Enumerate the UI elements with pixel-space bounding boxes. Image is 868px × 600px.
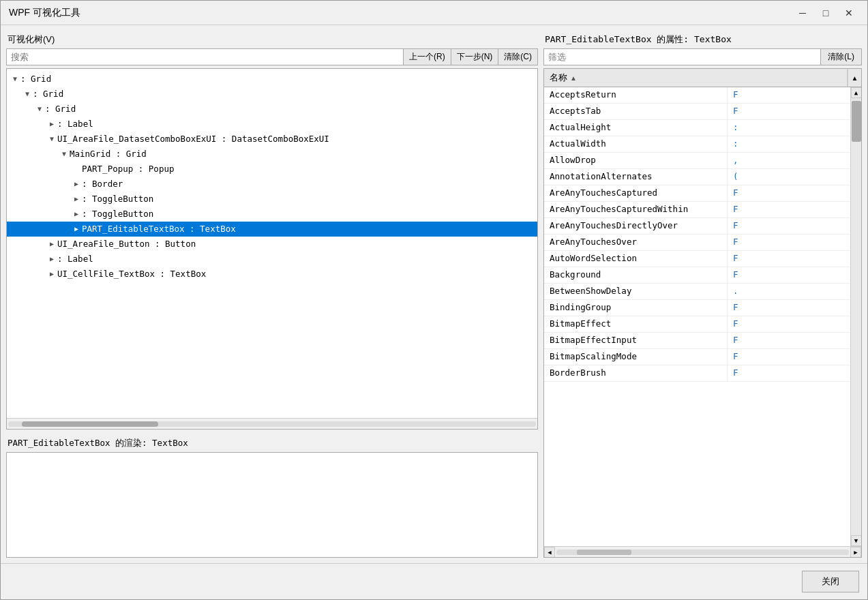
property-value: F bbox=[728, 365, 850, 381]
name-column-label: 名称 bbox=[550, 72, 567, 84]
property-name: AcceptsTab bbox=[544, 104, 728, 119]
tree-item-label: : Label bbox=[57, 252, 93, 266]
maximize-button[interactable]: □ bbox=[815, 6, 836, 20]
clear-filter-button[interactable]: 清除(L) bbox=[821, 48, 862, 65]
window-title: WPF 可视化工具 bbox=[9, 7, 792, 19]
tree-scroll[interactable]: ▼ : Grid▼ : Grid▼ : Grid▶ : Label▼ UI_Ar… bbox=[7, 69, 537, 418]
scroll-right-button[interactable]: ▶ bbox=[850, 547, 861, 558]
tree-item[interactable]: ▶ : ToggleButton bbox=[7, 192, 537, 207]
tree-item-label: : Border bbox=[82, 177, 123, 191]
scroll-bottom-button[interactable]: ▼ bbox=[851, 535, 862, 546]
tree-expand-icon[interactable]: ▶ bbox=[46, 119, 57, 130]
render-title: PART_EditableTextBox 的渲染: TextBox bbox=[6, 435, 538, 452]
tree-expand-icon[interactable]: ▼ bbox=[22, 89, 33, 100]
property-name: Background bbox=[544, 267, 728, 283]
tree-expand-icon[interactable]: ▶ bbox=[71, 209, 82, 220]
tree-item[interactable]: ▶ : Label bbox=[7, 117, 537, 132]
tree-item[interactable]: ▶ : Label bbox=[7, 252, 537, 267]
tree-expand-icon[interactable]: ▼ bbox=[34, 104, 45, 115]
tree-item[interactable]: ▼ : Grid bbox=[7, 87, 537, 102]
property-name: BitmapEffectInput bbox=[544, 333, 728, 348]
table-row[interactable]: BindingGroupF bbox=[544, 300, 850, 316]
table-row[interactable]: AreAnyTouchesCapturedWithinF bbox=[544, 202, 850, 218]
props-vertical-scrollbar[interactable]: ▲ ▼ bbox=[850, 87, 861, 546]
table-row[interactable]: BetweenShowDelay. bbox=[544, 284, 850, 300]
tree-item[interactable]: ▶ UI_CellFile_TextBox : TextBox bbox=[7, 267, 537, 282]
tree-expand-icon[interactable]: ▼ bbox=[46, 134, 57, 145]
next-button[interactable]: 下一步(N) bbox=[451, 48, 499, 65]
property-name: BindingGroup bbox=[544, 300, 728, 316]
scroll-track bbox=[851, 98, 861, 535]
props-body[interactable]: AcceptsReturnFAcceptsTabFActualHeight:Ac… bbox=[544, 87, 850, 546]
property-value: : bbox=[728, 136, 850, 152]
scroll-up-btn[interactable]: ▲ bbox=[848, 69, 861, 87]
left-panel-header: 可视化树(V) bbox=[6, 31, 538, 48]
tree-item[interactable]: ▼ : Grid bbox=[7, 102, 537, 117]
scroll-thumb bbox=[852, 101, 861, 142]
tree-expand-icon[interactable]: ▶ bbox=[71, 194, 82, 205]
table-row[interactable]: AreAnyTouchesCapturedF bbox=[544, 185, 850, 202]
scroll-left-button[interactable]: ◀ bbox=[544, 547, 555, 558]
tree-expand-icon[interactable]: ▶ bbox=[71, 224, 82, 235]
minimize-button[interactable]: ─ bbox=[792, 6, 813, 20]
h-scroll-track bbox=[556, 550, 849, 555]
tree-item[interactable]: PART_Popup : Popup bbox=[7, 162, 537, 177]
property-value: F bbox=[728, 185, 850, 201]
property-value: F bbox=[728, 300, 850, 316]
close-window-button[interactable]: ✕ bbox=[839, 6, 859, 20]
props-table-header: 名称 ▲ ▲ bbox=[544, 69, 861, 87]
title-bar-controls: ─ □ ✕ bbox=[792, 6, 859, 20]
left-panel: 可视化树(V) 上一个(R) 下一步(N) 清除(C) ▼ : Grid▼ : … bbox=[6, 31, 538, 558]
footer: 关闭 bbox=[1, 563, 867, 599]
tree-expand-icon[interactable]: ▶ bbox=[46, 269, 57, 280]
tree-item[interactable]: ▶ : Border bbox=[7, 177, 537, 192]
tree-item[interactable]: ▼ MainGrid : Grid bbox=[7, 147, 537, 162]
table-row[interactable]: BackgroundF bbox=[544, 267, 850, 284]
tree-expand-icon[interactable]: ▶ bbox=[46, 254, 57, 265]
tree-item-label: MainGrid : Grid bbox=[70, 147, 147, 161]
tree-expand-icon[interactable]: ▼ bbox=[59, 149, 70, 160]
tree-item-label: : Grid bbox=[33, 87, 63, 101]
filter-input[interactable] bbox=[543, 48, 821, 65]
sort-arrow-icon: ▲ bbox=[570, 74, 577, 82]
table-row[interactable]: BitmapScalingModeF bbox=[544, 349, 850, 365]
tree-item[interactable]: ▼ UI_AreaFile_DatasetComboBoxExUI : Data… bbox=[7, 132, 537, 147]
table-row[interactable]: AcceptsReturnF bbox=[544, 87, 850, 104]
property-name: AreAnyTouchesCaptured bbox=[544, 185, 728, 201]
tree-item[interactable]: ▼ : Grid bbox=[7, 72, 537, 87]
table-row[interactable]: BitmapEffectInputF bbox=[544, 333, 850, 349]
property-value: , bbox=[728, 153, 850, 168]
table-row[interactable]: AllowDrop, bbox=[544, 153, 850, 169]
prev-button[interactable]: 上一个(R) bbox=[404, 48, 451, 65]
table-row[interactable]: ActualHeight: bbox=[544, 120, 850, 136]
tree-expand-icon[interactable]: ▼ bbox=[10, 74, 20, 85]
property-name: AllowDrop bbox=[544, 153, 728, 168]
tree-item[interactable]: ▶ UI_AreaFile_Button : Button bbox=[7, 237, 537, 252]
tree-expand-icon[interactable]: ▶ bbox=[46, 239, 57, 250]
scroll-top-button[interactable]: ▲ bbox=[851, 87, 862, 98]
table-row[interactable]: BitmapEffectF bbox=[544, 316, 850, 333]
table-row[interactable]: AcceptsTabF bbox=[544, 104, 850, 120]
clear-search-button[interactable]: 清除(C) bbox=[498, 48, 538, 65]
table-row[interactable]: AreAnyTouchesOverF bbox=[544, 235, 850, 251]
name-column-header[interactable]: 名称 ▲ bbox=[544, 69, 848, 87]
main-content: 可视化树(V) 上一个(R) 下一步(N) 清除(C) ▼ : Grid▼ : … bbox=[1, 25, 867, 563]
table-row[interactable]: BorderBrushF bbox=[544, 365, 850, 382]
tree-horizontal-scrollbar[interactable] bbox=[7, 418, 537, 429]
property-value: ( bbox=[728, 169, 850, 185]
search-input[interactable] bbox=[6, 48, 404, 65]
tree-item-label: PART_Popup : Popup bbox=[82, 162, 174, 176]
table-row[interactable]: AutoWordSelectionF bbox=[544, 251, 850, 267]
property-value: F bbox=[728, 218, 850, 234]
props-horizontal-scrollbar[interactable]: ◀ ▶ bbox=[544, 546, 861, 557]
property-name: AcceptsReturn bbox=[544, 87, 728, 103]
tree-item[interactable]: ▶ : ToggleButton bbox=[7, 207, 537, 222]
table-row[interactable]: ActualWidth: bbox=[544, 136, 850, 153]
tree-item[interactable]: ▶ PART_EditableTextBox : TextBox bbox=[7, 222, 537, 237]
right-panel-header: PART_EditableTextBox 的属性: TextBox bbox=[543, 31, 862, 48]
close-button[interactable]: 关闭 bbox=[802, 571, 859, 592]
table-row[interactable]: AreAnyTouchesDirectlyOverF bbox=[544, 218, 850, 235]
table-row[interactable]: AnnotationAlternates( bbox=[544, 169, 850, 185]
property-value: F bbox=[728, 87, 850, 103]
tree-expand-icon[interactable]: ▶ bbox=[71, 179, 82, 190]
